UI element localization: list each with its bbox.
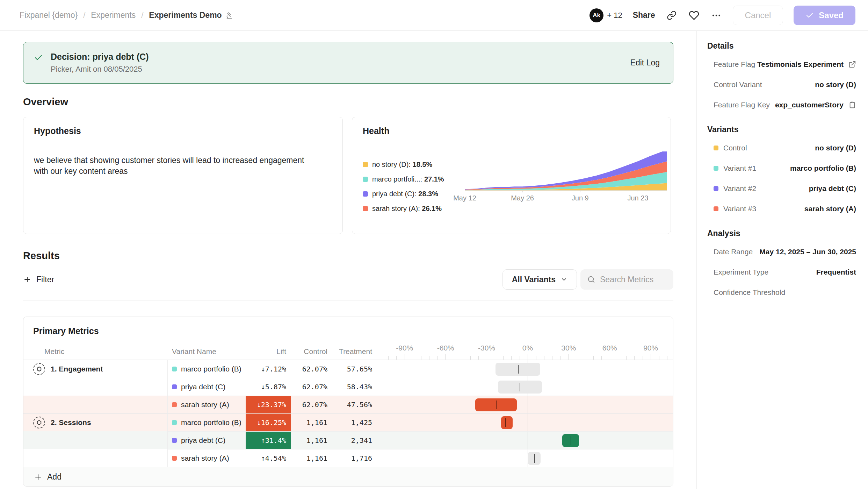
ci-cell [377, 396, 673, 413]
avatar[interactable]: Ak [589, 8, 603, 22]
ci-tick-strip [377, 354, 673, 360]
variant-name: sarah story (A) [181, 401, 229, 409]
edit-log-button[interactable]: Edit Log [630, 58, 660, 68]
sidebar-row: Confidence Threshold [707, 282, 856, 303]
add-label: Add [47, 472, 62, 482]
table-row: 1. Engagementmarco portfolio (B)↓7.12%62… [23, 360, 673, 378]
treatment-cell: 1,425 [332, 413, 377, 431]
ci-axis-label: 0% [522, 344, 533, 352]
legend-swatch [363, 206, 368, 211]
clipboard-icon[interactable] [848, 101, 856, 109]
microscope-icon [225, 12, 233, 19]
lift-cell: ↓16.25% [246, 413, 291, 431]
row-value: no story (D) [815, 80, 856, 89]
metric-cell[interactable] [23, 449, 168, 467]
ci-cell [377, 360, 673, 378]
table-row: sarah story (A)↓23.37%62.07%47.56% [23, 396, 673, 413]
health-legend: no story (D): 18.5%marco portfoli...: 27… [363, 161, 463, 213]
metric-goal-icon [33, 417, 45, 428]
ci-mid-marker [505, 418, 506, 427]
breadcrumb-item[interactable]: Experiments [91, 10, 136, 20]
breadcrumb-separator: / [83, 11, 85, 20]
table-row: priya debt (C)↓5.87%62.07%58.43% [23, 378, 673, 396]
add-metric-button[interactable]: Add [23, 467, 673, 487]
sidebar-row: Variant #2priya debt (C) [707, 178, 856, 199]
variant-cell: sarah story (A) [168, 396, 246, 413]
health-title: Health [352, 117, 671, 145]
treatment-cell: 58.43% [332, 378, 377, 396]
ci-cell [377, 449, 673, 467]
health-card: Health no story (D): 18.5%marco portfoli… [352, 117, 671, 234]
metric-cell[interactable] [23, 431, 168, 449]
row-value: marco portfolio (B) [790, 164, 856, 172]
row-label: Variant #3 [714, 205, 756, 213]
row-value: Testimonials Experiment [757, 60, 856, 69]
saved-button[interactable]: Saved [794, 6, 855, 25]
results-heading: Results [23, 250, 673, 262]
variant-name: priya debt (C) [181, 383, 225, 391]
more-options-icon[interactable] [710, 9, 722, 21]
metric-cell[interactable]: 1. Engagement [23, 360, 168, 378]
x-axis-tick-label: May 26 [511, 194, 534, 202]
metric-cell[interactable]: 2. Sessions [23, 413, 168, 431]
breadcrumb: Fixpanel {demo}/Experiments/Experiments … [20, 10, 233, 20]
plus-icon [34, 473, 42, 481]
treatment-cell: 47.56% [332, 396, 377, 413]
row-value: sarah story (A) [804, 205, 856, 213]
ci-axis-label: -60% [437, 344, 454, 352]
sidebar-section-variants: VariantsControlno story (D)Variant #1mar… [707, 125, 856, 219]
table-header: MetricVariant NameLiftControlTreatment-9… [23, 343, 673, 360]
ci-mid-marker [518, 365, 519, 374]
lift-cell: ↓7.12% [246, 360, 291, 378]
row-label: Confidence Threshold [714, 288, 785, 297]
ci-mid-marker [496, 401, 497, 409]
row-value: no story (D) [815, 144, 856, 152]
treatment-cell: 1,716 [332, 449, 377, 467]
ci-axis-label: 90% [643, 344, 658, 352]
control-cell: 1,161 [291, 431, 332, 449]
row-value: exp_customerStory [775, 101, 856, 109]
legend-item: priya debt (C): 28.3% [363, 190, 463, 198]
decision-subtitle: Picker, Amit on 08/05/2025 [51, 65, 149, 74]
col-metric: Metric [23, 343, 168, 360]
ci-cell [377, 413, 673, 431]
variant-cell: sarah story (A) [168, 449, 246, 467]
col-treatment: Treatment [332, 343, 377, 360]
share-button[interactable]: Share [633, 10, 655, 20]
variant-cell: marco portfolio (B) [168, 360, 246, 378]
variant-swatch [714, 206, 718, 211]
search-metrics-input[interactable] [600, 275, 666, 284]
metric-cell[interactable] [23, 396, 168, 413]
lift-cell: ↓23.37% [246, 396, 291, 413]
x-axis-tick-label: Jun 23 [627, 194, 648, 202]
ci-axis-label: 30% [561, 344, 576, 352]
row-label: Control [714, 144, 747, 152]
control-cell: 62.07% [291, 396, 332, 413]
row-label: Experiment Type [714, 268, 768, 276]
hypothesis-body: we believe that showing customer stories… [23, 145, 331, 186]
variant-swatch [172, 420, 177, 425]
external-link-icon[interactable] [848, 61, 856, 68]
filter-label: Filter [36, 275, 54, 284]
row-label: Control Variant [714, 80, 762, 89]
row-label: Feature Flag [714, 60, 755, 69]
variants-dropdown[interactable]: All Variants [502, 269, 577, 290]
control-cell: 1,161 [291, 413, 332, 431]
breadcrumb-item[interactable]: Fixpanel {demo} [20, 10, 78, 20]
cancel-button[interactable]: Cancel [733, 6, 783, 25]
check-icon [805, 11, 814, 20]
ci-mid-marker [534, 454, 535, 463]
metric-cell[interactable] [23, 378, 168, 396]
variant-cell: marco portfolio (B) [168, 413, 246, 431]
link-icon[interactable] [666, 9, 678, 21]
row-label: Date Range [714, 248, 753, 256]
lift-cell: ↑4.54% [246, 449, 291, 467]
breadcrumb-item[interactable]: Experiments Demo [149, 10, 233, 20]
variant-swatch [714, 146, 718, 150]
sidebar-row: Controlno story (D) [707, 138, 856, 158]
ci-axis-label: 60% [602, 344, 617, 352]
add-filter-button[interactable]: Filter [23, 275, 54, 284]
legend-label: no story (D): 18.5% [372, 161, 432, 169]
favorite-icon[interactable] [688, 9, 700, 21]
sidebar-row: Experiment TypeFrequentist [707, 262, 856, 282]
